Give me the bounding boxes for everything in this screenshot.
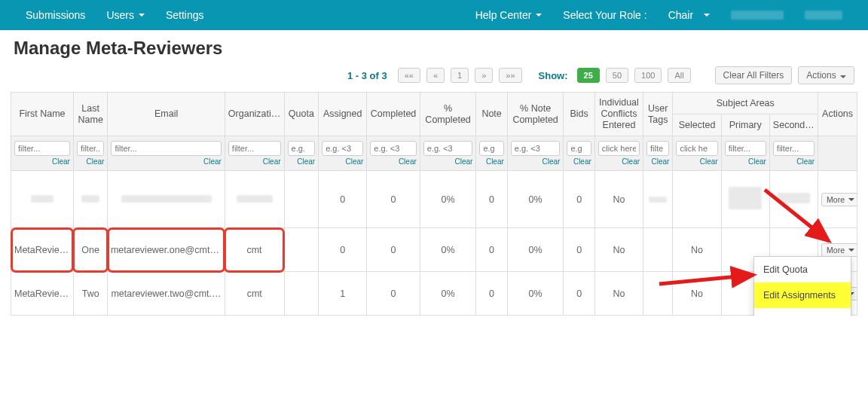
- cell: 0: [367, 272, 420, 316]
- cell: No: [594, 171, 643, 228]
- paging-range: 1 - 3 of 3: [347, 70, 387, 81]
- col-primary[interactable]: Primary: [721, 114, 769, 136]
- clear-filter[interactable]: Clear: [542, 157, 560, 166]
- filter-completed[interactable]: [370, 141, 416, 156]
- col-last[interactable]: Last Name: [73, 93, 108, 136]
- filter-selected[interactable]: [676, 141, 717, 156]
- nav-role-select[interactable]: Chair: [658, 2, 720, 29]
- page-next-button[interactable]: »: [475, 68, 493, 83]
- filter-tags[interactable]: [646, 141, 669, 156]
- controls-bar: 1 - 3 of 3 «« « 1 » »» Show: 25 50 100 A…: [0, 63, 868, 92]
- show-25-button[interactable]: 25: [577, 68, 600, 83]
- col-secondary[interactable]: Secondary: [769, 114, 818, 136]
- clear-filter[interactable]: Clear: [486, 157, 504, 166]
- clear-filter[interactable]: Clear: [573, 157, 591, 166]
- clear-filter[interactable]: Clear: [454, 157, 472, 166]
- nav-help[interactable]: Help Center: [465, 2, 553, 29]
- filter-email[interactable]: [111, 141, 221, 156]
- clear-filter[interactable]: Clear: [748, 157, 766, 166]
- cell-link[interactable]: 1: [319, 272, 367, 316]
- cell: 0: [476, 272, 507, 316]
- cell: [284, 272, 319, 316]
- col-selected[interactable]: Selected: [673, 114, 721, 136]
- more-label: More: [827, 195, 845, 204]
- filter-pct[interactable]: [423, 141, 473, 156]
- clear-filter[interactable]: Clear: [203, 157, 222, 166]
- filter-org[interactable]: [228, 141, 281, 156]
- cell: No: [673, 228, 721, 272]
- clear-filter[interactable]: Clear: [700, 157, 718, 166]
- table-row: 0 0 0% 0 0% 0 No More: [11, 171, 857, 228]
- clear-filter[interactable]: Clear: [622, 157, 640, 166]
- clear-filters-button[interactable]: Clear All Filters: [715, 66, 793, 84]
- clear-filter[interactable]: Clear: [399, 157, 417, 166]
- col-bids[interactable]: Bids: [564, 93, 594, 136]
- clear-filter[interactable]: Clear: [652, 157, 670, 166]
- page-last-button[interactable]: »»: [499, 68, 521, 83]
- nav-settings[interactable]: Settings: [155, 2, 215, 29]
- filter-secondary[interactable]: [773, 141, 815, 156]
- cell-link[interactable]: 0: [319, 228, 367, 272]
- actions-button[interactable]: Actions: [798, 66, 854, 84]
- cell: MetaReviewer: [11, 228, 74, 272]
- filter-last[interactable]: [77, 141, 105, 156]
- col-email[interactable]: Email: [108, 93, 225, 136]
- nav-user-redacted[interactable]: [720, 3, 794, 27]
- col-pct[interactable]: % Completed: [420, 93, 476, 136]
- cell: One: [73, 228, 108, 272]
- nav-user-redacted-2[interactable]: [794, 3, 853, 27]
- clear-filter[interactable]: Clear: [263, 157, 281, 166]
- cell: 0: [564, 171, 594, 228]
- menu-edit-quota[interactable]: Edit Quota: [754, 257, 851, 282]
- col-quota[interactable]: Quota: [284, 93, 319, 136]
- chevron-down-icon: [704, 14, 710, 17]
- show-50-button[interactable]: 50: [606, 68, 628, 83]
- cell: No: [594, 272, 643, 316]
- cell: 0: [476, 228, 507, 272]
- row-more-button[interactable]: More: [821, 243, 857, 257]
- nav-submissions[interactable]: Submissions: [15, 2, 96, 29]
- filter-note[interactable]: [479, 141, 503, 156]
- col-completed[interactable]: Completed: [367, 93, 420, 136]
- cell-link[interactable]: 0: [319, 171, 367, 228]
- page-num-button[interactable]: 1: [451, 68, 469, 83]
- show-all-button[interactable]: All: [668, 68, 690, 83]
- filter-assigned[interactable]: [322, 141, 363, 156]
- col-conflicts[interactable]: Individual Conflicts Entered: [594, 93, 643, 136]
- clear-filter[interactable]: Clear: [87, 157, 105, 166]
- cell: 0%: [420, 171, 476, 228]
- col-first[interactable]: First Name: [11, 93, 74, 136]
- col-note[interactable]: Note: [476, 93, 507, 136]
- filter-primary[interactable]: [725, 141, 766, 156]
- filter-quota[interactable]: [288, 141, 316, 156]
- more-label: More: [827, 246, 845, 255]
- page-first-button[interactable]: ««: [398, 68, 420, 83]
- chevron-down-icon: [139, 14, 145, 17]
- page-prev-button[interactable]: «: [426, 68, 445, 83]
- clear-filter[interactable]: Clear: [345, 157, 363, 166]
- cell: 0: [476, 171, 507, 228]
- menu-export-bids[interactable]: Export Bids: [754, 308, 851, 316]
- col-pctnote[interactable]: % Note Completed: [507, 93, 564, 136]
- filter-conflicts[interactable]: [598, 141, 640, 156]
- cell: No: [594, 228, 643, 272]
- cell: 0: [564, 228, 594, 272]
- filter-first[interactable]: [14, 141, 70, 156]
- nav-users[interactable]: Users: [96, 2, 155, 29]
- filter-pctnote[interactable]: [511, 141, 561, 156]
- menu-edit-assignments[interactable]: Edit Assignments: [754, 282, 851, 308]
- cell: 0%: [507, 171, 564, 228]
- row-more-button[interactable]: More: [821, 193, 857, 206]
- col-subject-areas: Subject Areas: [673, 93, 818, 114]
- col-org[interactable]: Organization: [225, 93, 284, 136]
- clear-filter[interactable]: Clear: [297, 157, 315, 166]
- cell: Two: [73, 272, 108, 316]
- cell: cmt: [225, 272, 284, 316]
- clear-filter[interactable]: Clear: [796, 157, 815, 166]
- col-tags[interactable]: User Tags: [643, 93, 673, 136]
- nav-role-label: Select Your Role :: [552, 2, 657, 29]
- col-assigned[interactable]: Assigned: [319, 93, 367, 136]
- filter-bids[interactable]: [567, 141, 591, 156]
- clear-filter[interactable]: Clear: [52, 157, 70, 166]
- show-100-button[interactable]: 100: [634, 68, 662, 83]
